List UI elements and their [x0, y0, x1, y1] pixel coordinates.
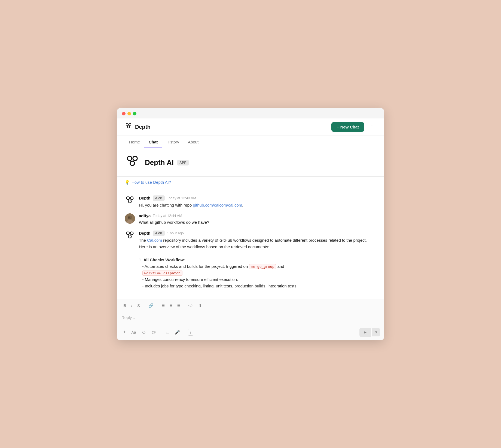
svg-point-2: [127, 126, 130, 128]
command-button[interactable]: /: [188, 329, 193, 336]
chat-header-section: Depth AI APP: [117, 148, 384, 177]
tab-about[interactable]: About: [184, 136, 203, 148]
footer-sep-2: [185, 330, 185, 335]
app-badge: APP: [177, 160, 189, 165]
toolbar-unordered-list[interactable]: ≡: [168, 302, 174, 309]
msg-time-1: Today at 12:43 AM: [167, 196, 196, 200]
msg-header-1: Depth APP Today at 12:43 AM: [139, 195, 376, 201]
send-button[interactable]: ►: [359, 328, 371, 337]
send-dropdown-button[interactable]: ▼: [372, 328, 380, 336]
msg-text-3: The Cal.com repository includes a variet…: [139, 237, 376, 289]
svg-point-16: [129, 235, 132, 238]
app-header: Depth + New Chat ⋮: [117, 118, 384, 136]
emoji-button[interactable]: ☺: [139, 328, 148, 336]
depth-logo-icon: [125, 122, 132, 131]
message-1: Depth APP Today at 12:43 AM Hi, you are …: [125, 195, 376, 208]
msg-content-3: Depth APP 1 hour ago The Cal.com reposit…: [139, 231, 376, 289]
more-menu-button[interactable]: ⋮: [368, 122, 376, 131]
msg-badge-3: APP: [153, 231, 165, 236]
editor-input[interactable]: Reply...: [117, 311, 384, 326]
editor-placeholder: Reply...: [121, 315, 135, 320]
how-to-use-link[interactable]: 💡 How to use Depth AI?: [125, 180, 376, 185]
chat-title-area: Depth AI APP: [145, 158, 189, 167]
footer-sep-1: [161, 330, 161, 335]
toolbar-sep-3: [184, 303, 184, 308]
msg-sender-1: Depth: [139, 196, 151, 200]
depth-ai-logo: [125, 155, 140, 171]
msg-time-3: 1 hour ago: [167, 231, 184, 235]
app-window: Depth + New Chat ⋮ Home Chat History Abo…: [117, 108, 384, 340]
code-merge-group: merge_group: [249, 264, 276, 269]
avatar-depth-3: [125, 231, 135, 241]
new-chat-button[interactable]: + New Chat: [331, 122, 364, 132]
svg-point-15: [130, 232, 133, 235]
toolbar-sep-1: [144, 303, 144, 308]
svg-point-1: [129, 123, 131, 125]
workflow-title: All Checks Workflow: [143, 257, 184, 262]
avatar-depth-1: [125, 195, 135, 206]
msg-badge-1: APP: [153, 195, 165, 201]
toolbar-italic[interactable]: I: [129, 302, 134, 309]
header-right: + New Chat ⋮: [331, 122, 376, 132]
tab-history[interactable]: History: [162, 136, 184, 148]
msg-header-3: Depth APP 1 hour ago: [139, 231, 376, 236]
toolbar-upload[interactable]: ⬆: [197, 302, 204, 309]
mention-button[interactable]: @: [149, 329, 158, 336]
msg-content-2: aditya Today at 12:44 AM What all github…: [139, 213, 376, 226]
nav-tabs: Home Chat History About: [117, 136, 384, 148]
calcom-link[interactable]: Cal.com: [147, 238, 162, 243]
chat-title: Depth AI: [145, 158, 174, 167]
toolbar-sep-2: [158, 303, 158, 308]
editor-footer-right: ► ▼: [359, 328, 380, 337]
toolbar-strikethrough[interactable]: S: [135, 302, 142, 309]
messages-area: Depth APP Today at 12:43 AM Hi, you are …: [117, 190, 384, 299]
editor-footer-left: + Aa ☺ @ ▭ 🎤 /: [121, 328, 193, 336]
logo-area: Depth: [125, 122, 151, 131]
how-to-link-section: 💡 How to use Depth AI?: [117, 177, 384, 190]
msg-sender-2: aditya: [139, 213, 151, 218]
toolbar-ordered-list[interactable]: ≡: [160, 302, 167, 309]
svg-point-8: [129, 200, 132, 203]
repo-link[interactable]: github.com/calcom/cal.com: [193, 203, 242, 207]
svg-point-4: [133, 156, 137, 161]
app-name: Depth: [135, 124, 151, 130]
svg-point-14: [127, 232, 130, 235]
toolbar-block-quote[interactable]: ≡: [175, 302, 182, 309]
mic-button[interactable]: 🎤: [173, 329, 182, 336]
tab-home[interactable]: Home: [125, 136, 144, 148]
editor-toolbar: B I S 🔗 ≡ ≡ ≡ </> ⬆: [117, 299, 384, 311]
svg-point-12: [128, 217, 130, 219]
video-button[interactable]: ▭: [164, 329, 172, 336]
svg-point-13: [130, 216, 132, 218]
add-button[interactable]: +: [121, 328, 128, 336]
close-button[interactable]: [122, 112, 126, 115]
tab-chat[interactable]: Chat: [144, 136, 162, 148]
editor-footer: + Aa ☺ @ ▭ 🎤 / ► ▼: [117, 326, 384, 340]
how-to-link-text: How to use Depth AI?: [132, 180, 171, 185]
msg-header-2: aditya Today at 12:44 AM: [139, 213, 376, 218]
msg-sender-3: Depth: [139, 231, 151, 235]
traffic-lights: [122, 112, 136, 115]
minimize-button[interactable]: [127, 112, 131, 115]
maximize-button[interactable]: [133, 112, 136, 115]
toolbar-link[interactable]: 🔗: [146, 302, 155, 309]
editor-area: B I S 🔗 ≡ ≡ ≡ </> ⬆ Reply... + Aa ☺ @ ▭: [117, 299, 384, 340]
svg-point-0: [126, 123, 128, 125]
toolbar-code[interactable]: </>: [187, 302, 195, 309]
code-workflow-dispatch: workflow_dispatch: [142, 271, 182, 276]
bulb-icon: 💡: [125, 180, 130, 185]
svg-point-5: [130, 161, 135, 165]
avatar-user: [125, 213, 135, 224]
msg-time-2: Today at 12:44 AM: [153, 214, 182, 218]
svg-point-3: [127, 156, 132, 161]
msg-text-2: What all github workflows do we have?: [139, 219, 376, 226]
svg-point-6: [127, 197, 130, 200]
toolbar-bold[interactable]: B: [121, 302, 128, 309]
message-2: aditya Today at 12:44 AM What all github…: [125, 213, 376, 226]
svg-point-7: [130, 197, 133, 200]
title-bar: [117, 108, 384, 118]
message-3: Depth APP 1 hour ago The Cal.com reposit…: [125, 231, 376, 289]
msg-content-1: Depth APP Today at 12:43 AM Hi, you are …: [139, 195, 376, 208]
font-button[interactable]: Aa: [129, 329, 138, 336]
msg-text-1: Hi, you are chatting with repo github.co…: [139, 202, 376, 208]
